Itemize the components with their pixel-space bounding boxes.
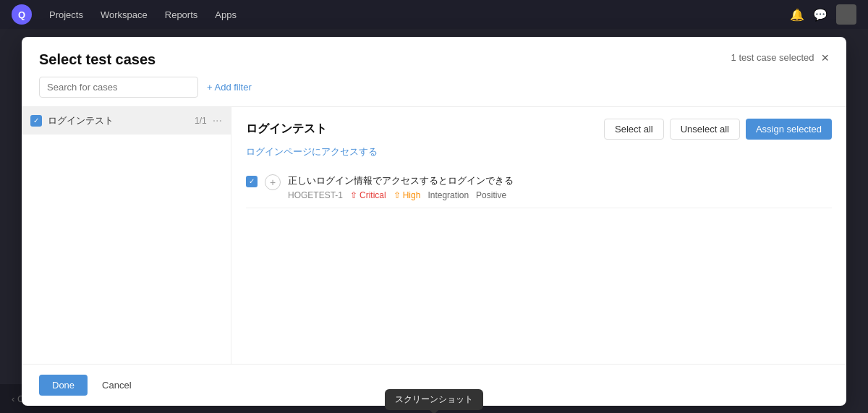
nav-workspace[interactable]: Workspace xyxy=(101,9,148,20)
assign-selected-button[interactable]: Assign selected xyxy=(746,119,832,140)
modal: Select test cases 1 test case selected ×… xyxy=(22,37,846,406)
right-actions: Select all Unselect all Assign selected xyxy=(604,119,832,140)
modal-header-right: 1 test case selected × xyxy=(731,51,829,64)
right-subtitle[interactable]: ログインページにアクセスする xyxy=(246,145,832,158)
select-all-button[interactable]: Select all xyxy=(604,119,664,140)
cancel-button[interactable]: Cancel xyxy=(95,375,138,396)
done-button[interactable]: Done xyxy=(39,375,88,396)
modal-overlay: Select test cases 1 test case selected ×… xyxy=(0,29,868,413)
item-name: ログインテスト xyxy=(48,114,189,127)
close-button[interactable]: × xyxy=(821,51,829,64)
tc-add-button[interactable]: + xyxy=(265,174,281,190)
tc-priority-critical: ⇧ Critical xyxy=(350,190,386,200)
right-title: ログインテスト xyxy=(246,122,327,137)
unselect-all-button[interactable]: Unselect all xyxy=(670,119,740,140)
critical-arrow-icon: ⇧ xyxy=(350,190,357,200)
tooltip: スクリーンショット xyxy=(385,389,483,410)
tc-title: 正しいログイン情報でアクセスするとログインできる xyxy=(288,174,832,187)
checkbox-checked-icon[interactable]: ✓ xyxy=(30,115,42,127)
list-item[interactable]: ✓ ログインテスト 1/1 ··· xyxy=(22,107,231,135)
nav-projects[interactable]: Projects xyxy=(49,9,83,20)
modal-body: ✓ ログインテスト 1/1 ··· ログインテスト Select all Uns… xyxy=(22,106,846,364)
nav-reports[interactable]: Reports xyxy=(165,9,198,20)
search-area: + Add filter xyxy=(22,68,846,106)
add-filter-button[interactable]: + Add filter xyxy=(207,82,252,93)
modal-title: Select test cases xyxy=(39,51,156,68)
selected-count: 1 test case selected xyxy=(731,52,814,63)
tc-result: Positive xyxy=(476,190,506,200)
tc-checkbox[interactable]: ✓ xyxy=(246,176,258,187)
topnav-right: 🔔 💬 xyxy=(790,4,856,25)
logo[interactable]: Q xyxy=(12,4,32,25)
tc-content: 正しいログイン情報でアクセスするとログインできる HOGETEST-1 ⇧ Cr… xyxy=(288,174,832,200)
topnav: Q Projects Workspace Reports Apps 🔔 💬 xyxy=(0,0,868,29)
tc-priority-high: ⇧ High xyxy=(393,190,421,200)
table-row: ✓ + 正しいログイン情報でアクセスするとログインできる HOGETEST-1 … xyxy=(246,167,832,208)
right-header: ログインテスト Select all Unselect all Assign s… xyxy=(246,119,832,140)
item-count: 1/1 xyxy=(195,116,207,126)
chat-icon[interactable]: 💬 xyxy=(813,8,827,22)
high-arrow-icon: ⇧ xyxy=(393,190,401,200)
tc-meta: HOGETEST-1 ⇧ Critical ⇧ High Integration… xyxy=(288,190,832,200)
tc-type: Integration xyxy=(427,190,469,200)
right-panel: ログインテスト Select all Unselect all Assign s… xyxy=(231,107,846,364)
nav-apps[interactable]: Apps xyxy=(215,9,237,20)
modal-header: Select test cases 1 test case selected × xyxy=(22,37,846,68)
user-avatar[interactable] xyxy=(836,4,856,25)
item-more-icon[interactable]: ··· xyxy=(213,114,222,127)
search-input[interactable] xyxy=(39,77,198,98)
bell-icon[interactable]: 🔔 xyxy=(790,8,804,22)
tc-id: HOGETEST-1 xyxy=(288,190,343,200)
left-panel: ✓ ログインテスト 1/1 ··· xyxy=(22,107,231,364)
